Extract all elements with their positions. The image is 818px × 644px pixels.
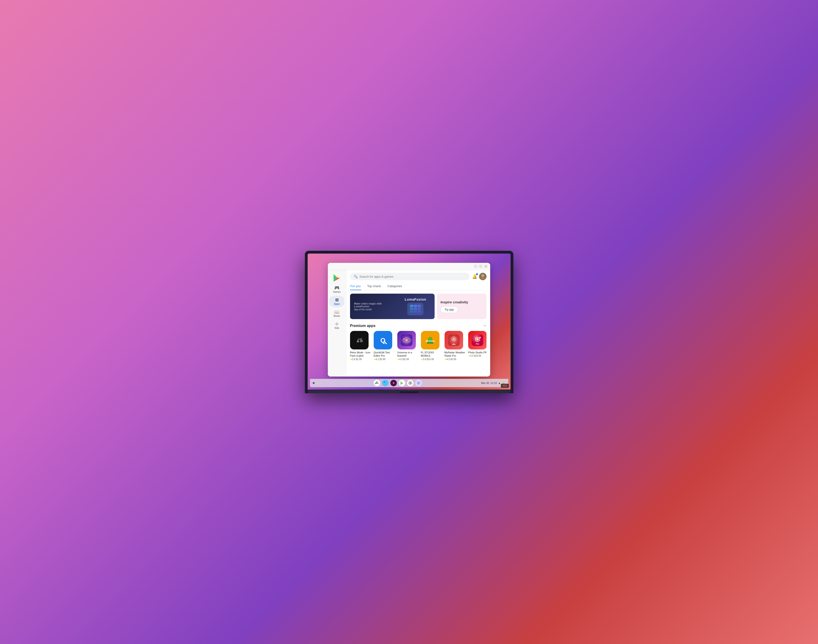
laptop-frame: ─ □ ✕	[305, 251, 513, 393]
myradar-app-rating: ★4.5 $3.99	[445, 358, 456, 360]
luma-icon-visual	[407, 303, 424, 315]
tab-for-you[interactable]: For you	[350, 283, 361, 290]
premium-apps-arrow[interactable]: →	[482, 323, 487, 328]
play-taskbar-icon[interactable]	[399, 380, 405, 386]
photostudio-app-name: Photo Studio PRO	[468, 351, 487, 354]
myradar-app-name: MyRadar Weather Radar Pro	[445, 351, 465, 357]
svg-point-33	[476, 338, 479, 340]
sidebar-apps-label: Apps	[334, 303, 340, 305]
apps-icon: ⊞	[335, 298, 339, 302]
svg-rect-6	[410, 308, 413, 310]
sidebar-item-games[interactable]: 🎮 Games	[329, 284, 344, 295]
app-card-retro[interactable]: Retro Mode - Icon Pack (Light) ★3.8 $1.9…	[350, 331, 371, 360]
search-bar[interactable]: 🔍	[350, 273, 470, 280]
app-card-photostudio[interactable]: PRO Photo Studio PRO ★4.5 $19.99	[468, 331, 487, 360]
svg-rect-5	[417, 305, 421, 307]
app-card-universe[interactable]: Universe in a Nutshell ★4.9 $2.99	[397, 331, 418, 360]
svg-point-19	[405, 339, 408, 342]
search-icon: 🔍	[354, 274, 358, 278]
wifi-icon: ▲	[498, 382, 501, 385]
slack-taskbar-icon[interactable]	[390, 380, 397, 386]
settings-taskbar-icon[interactable]	[407, 380, 413, 386]
shield-taskbar-icon[interactable]	[415, 380, 422, 386]
featured-banner[interactable]: LumaFusion	[350, 294, 434, 319]
taskbar-left	[313, 382, 315, 384]
sidebar-books-label: Books	[334, 315, 340, 317]
svg-rect-39	[384, 382, 385, 383]
svg-rect-11	[417, 310, 421, 313]
section-header: Premium apps →	[350, 323, 487, 328]
window-titlebar: ─ □ ✕	[328, 263, 490, 270]
header-actions: 🔔	[472, 273, 487, 280]
premium-apps-title: Premium apps	[350, 324, 376, 328]
flstudio-app-name: FL STUDIO MOBILE	[421, 351, 442, 357]
user-avatar[interactable]	[479, 273, 487, 280]
quickedit-icon: Q	[374, 331, 392, 350]
sidebar-item-kids[interactable]: ☆ Kids	[329, 320, 344, 331]
svg-point-34	[479, 337, 481, 338]
sidebar-item-books[interactable]: 📖 Books	[329, 308, 344, 319]
books-icon: 📖	[334, 310, 339, 314]
try-app-button[interactable]: Try app	[440, 307, 458, 313]
screen: ─ □ ✕	[308, 254, 511, 389]
play-store-window: ─ □ ✕	[328, 263, 490, 377]
promo-title: Inspire creativity	[440, 300, 483, 304]
retro-app-name: Retro Mode - Icon Pack (Light)	[350, 351, 371, 357]
retro-icon	[350, 331, 368, 350]
taskbar-time: 12:10	[490, 382, 497, 385]
svg-rect-7	[414, 308, 417, 310]
tab-top-charts[interactable]: Top charts	[367, 283, 382, 290]
close-button[interactable]: ✕	[484, 265, 487, 268]
xda-badge: XDA	[501, 384, 508, 388]
header: 🔍 🔔	[350, 273, 487, 280]
google-play-logo	[333, 274, 341, 283]
files-taskbar-icon[interactable]	[382, 380, 388, 386]
search-input[interactable]	[359, 275, 466, 278]
svg-text:Q: Q	[381, 337, 385, 344]
svg-rect-4	[414, 305, 417, 307]
sidebar-games-label: Games	[333, 291, 341, 293]
app-card-myradar[interactable]: PRO MyRadar Weather Radar Pro ★4.5 $3.99	[445, 331, 465, 360]
sidebar-kids-label: Kids	[335, 327, 339, 329]
flstudio-icon: MOBILE	[421, 331, 439, 350]
app-card-flstudio[interactable]: MOBILE FL STUDIO MOBILE ★3.8 $14.99	[421, 331, 442, 360]
quickedit-app-rating: ★4.2 $3.99	[374, 358, 385, 360]
tab-categories[interactable]: Categories	[387, 283, 403, 290]
bell-badge	[476, 273, 478, 275]
chrome-taskbar-icon[interactable]	[374, 380, 380, 386]
svg-rect-14	[360, 339, 363, 342]
taskbar-date: Mar 30	[481, 382, 489, 385]
photostudio-app-rating: ★4.5 $19.99	[468, 354, 481, 357]
main-content: 🔍 🔔	[346, 270, 490, 377]
retro-app-rating: ★3.8 $1.99	[350, 358, 362, 360]
app-card-quickedit[interactable]: Q QuickEdit Text Editor Pro ★4.2 $3.99	[374, 331, 394, 360]
laptop-base	[308, 389, 511, 393]
svg-text:MOBILE: MOBILE	[425, 340, 434, 342]
notification-bell[interactable]: 🔔	[472, 274, 477, 279]
photostudio-icon: PRO	[468, 331, 487, 350]
kids-icon: ☆	[335, 322, 339, 326]
sidebar: 🎮 Games ⊞ Apps 📖 Books ☆ Kids	[328, 270, 346, 377]
svg-text:PRO: PRO	[476, 343, 479, 345]
sidebar-item-apps[interactable]: ⊞ Apps	[329, 296, 344, 307]
universe-app-name: Universe in a Nutshell	[397, 351, 418, 357]
svg-point-21	[404, 339, 405, 339]
svg-rect-3	[410, 305, 413, 307]
banner-visual: LumaFusion	[396, 294, 434, 319]
svg-point-23	[403, 342, 403, 342]
myradar-icon: PRO	[445, 331, 463, 350]
flstudio-app-rating: ★3.8 $14.99	[421, 358, 434, 360]
minimize-button[interactable]: ─	[474, 265, 477, 268]
taskbar-center	[374, 380, 422, 386]
svg-point-22	[409, 342, 410, 342]
games-icon: 🎮	[334, 286, 339, 290]
svg-point-43	[410, 382, 411, 384]
luma-fusion-logo: LumaFusion	[405, 297, 426, 301]
svg-rect-8	[417, 308, 421, 310]
svg-rect-10	[414, 310, 417, 313]
maximize-button[interactable]: □	[479, 265, 482, 268]
svg-rect-12	[353, 334, 365, 346]
universe-app-rating: ★4.9 $2.99	[397, 358, 409, 360]
svg-point-37	[376, 382, 378, 384]
banner-row: LumaFusion	[350, 294, 487, 319]
